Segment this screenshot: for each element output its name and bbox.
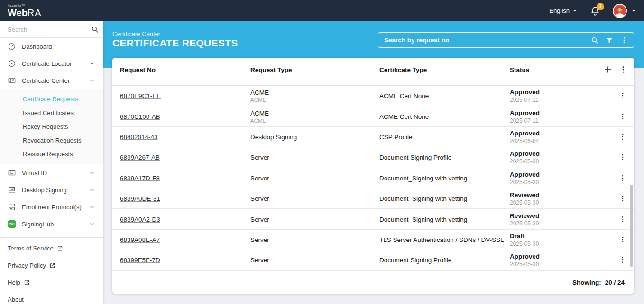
certificate-type-cell: ACME Cert None [379,113,429,120]
request-search-input[interactable] [384,36,591,44]
sidebar-item-dashboard[interactable]: Dashboard [0,38,103,55]
column-status: Status [510,66,529,73]
row-actions-more-vert-icon[interactable] [619,153,626,161]
row-actions-more-vert-icon[interactable] [619,174,626,182]
status-cell: Approved2025-06-04 [510,129,540,144]
request-search-bar [378,32,634,48]
request-no-link[interactable]: 6839A08E-A7 [120,236,160,243]
status-cell: Approved2025-05-30 [510,253,540,268]
row-actions-more-vert-icon[interactable] [619,92,626,99]
certificate-type-cell: Document_Signing with vetting [379,215,467,223]
sidebar-footer: Terms of ServicePrivacy PolicyHelpAbout [0,237,103,304]
table-row: 6839A0DE-31ServerDocument_Signing with v… [112,188,634,209]
status-badge: Reviewed [510,191,539,198]
chevron-down-icon [89,60,95,67]
request-type-cell: Desktop Signing [250,133,297,140]
sidebar-item-certificate-locator[interactable]: Certificate Locator [0,55,103,72]
vertical-scrollbar[interactable] [630,185,633,267]
request-no-link[interactable]: 6839A17D-F8 [120,174,160,181]
language-selector[interactable]: English [549,7,578,14]
external-link-icon [24,279,30,286]
status-date: 2025-05-30 [510,199,539,206]
app-logo[interactable]: Ascertia™ WebRA [8,4,42,18]
status-cell: Reviewed2025-05-30 [510,212,539,226]
submenu-item-reissue-requests[interactable]: Reissue Requests [0,147,103,161]
footer-link-terms-of-service[interactable]: Terms of Service [0,240,103,257]
filter-icon[interactable] [606,36,613,44]
request-no-link[interactable]: 6839A0A2-D3 [120,215,160,223]
row-actions-more-vert-icon[interactable] [619,256,626,264]
sidebar-item-signinghub[interactable]: SHSigningHub [0,215,103,232]
notifications-button[interactable]: 1 [590,6,600,16]
status-badge: Approved [510,129,540,136]
sidebar-search-input[interactable] [8,26,91,33]
add-icon[interactable] [604,65,612,74]
enrolment-protocol-icon [8,203,16,211]
brand-name: WebRA [8,8,42,18]
footer-link-label: Privacy Policy [8,262,46,269]
status-badge: Approved [510,109,540,116]
sidebar: DashboardCertificate LocatorCertificate … [0,21,103,304]
row-actions-more-vert-icon[interactable] [619,215,626,223]
status-date: 2025-05-30 [510,179,540,185]
request-type-cell: ACMEACME [250,89,269,103]
profile-caret-down-icon[interactable] [631,8,636,14]
submenu-item-revocation-requests[interactable]: Revocation Requests [0,134,103,147]
status-badge: Draft [510,232,539,239]
request-no-link[interactable]: 6870E9C1-EE [120,92,161,99]
row-actions-more-vert-icon[interactable] [619,195,626,202]
row-actions-more-vert-icon[interactable] [619,236,626,243]
breadcrumb: Certificate Center [112,30,160,37]
request-no-link[interactable]: 6839A267-AB [120,154,160,161]
footer-link-label: About [8,296,24,303]
request-no-cell: 68399E5E-7D [120,257,160,264]
table-row: 6870E9C1-EEACMEACMEACME Cert NoneApprove… [112,86,634,106]
certificate-type-cell: Document_Signing with vetting [379,195,467,202]
sidebar-item-enrolment-protocol-s[interactable]: Enrolment Protocol(s) [0,198,103,215]
chevron-down-icon [89,187,95,193]
request-no-link[interactable]: 68402014-43 [120,133,158,140]
certificate-type-cell: CSP Profile [379,133,413,140]
request-no-cell: 68402014-43 [120,133,158,140]
more-vert-icon[interactable] [620,36,628,44]
submenu-item-certificate-requests[interactable]: Certificate Requests [0,92,103,106]
table-footer: Showing: 20 / 24 [112,271,634,294]
chevron-up-icon [89,77,95,84]
status-cell: Draft2025-05-30 [510,232,539,247]
request-type-cell: Server [250,236,269,243]
search-icon[interactable] [591,36,598,44]
row-actions-more-vert-icon[interactable] [619,133,626,141]
request-subtype: ACME [250,97,269,103]
request-type-cell: Server [250,154,269,161]
footer-link-privacy-policy[interactable]: Privacy Policy [0,257,103,274]
request-no-link[interactable]: 6839A0DE-31 [120,195,160,202]
footer-link-help[interactable]: Help [0,274,103,291]
top-navigation-bar: Ascertia™ WebRA English 1 [0,0,644,21]
sidebar-item-label: Virtual ID [22,170,47,177]
request-no-link[interactable]: 68399E5E-7D [120,257,160,264]
user-avatar[interactable] [613,4,627,18]
language-label: English [549,7,570,14]
dashboard-icon [8,42,16,51]
more-vert-icon[interactable] [619,65,627,74]
desktop-signing-icon [8,186,16,194]
row-actions-more-vert-icon[interactable] [619,113,626,120]
external-link-icon [57,245,63,251]
column-request-type: Request Type [250,66,292,73]
sidebar-item-certificate-center[interactable]: Certificate Center [0,72,103,89]
table-row: 6870C100-ABACMEACMEACME Cert NoneApprove… [112,106,634,126]
request-no-link[interactable]: 6870C100-AB [120,113,160,120]
sidebar-item-virtual-id[interactable]: Virtual ID [0,164,103,181]
submenu-item-rekey-requests[interactable]: Rekey Requests [0,120,103,134]
status-date: 2025-05-30 [510,158,540,165]
footer-link-about[interactable]: About [0,291,103,304]
column-request-no: Request No [120,66,156,73]
certificate-center-icon [8,76,16,85]
request-no-cell: 6839A0DE-31 [120,195,160,202]
certificate-type-cell: Document Signing Profile [379,154,451,161]
submenu-item-issued-certificates[interactable]: Issued Certificates [0,106,103,120]
caret-down-icon [572,8,578,14]
sidebar-item-label: Dashboard [22,43,52,50]
search-icon[interactable] [91,26,99,33]
sidebar-item-desktop-signing[interactable]: Desktop Signing [0,181,103,198]
